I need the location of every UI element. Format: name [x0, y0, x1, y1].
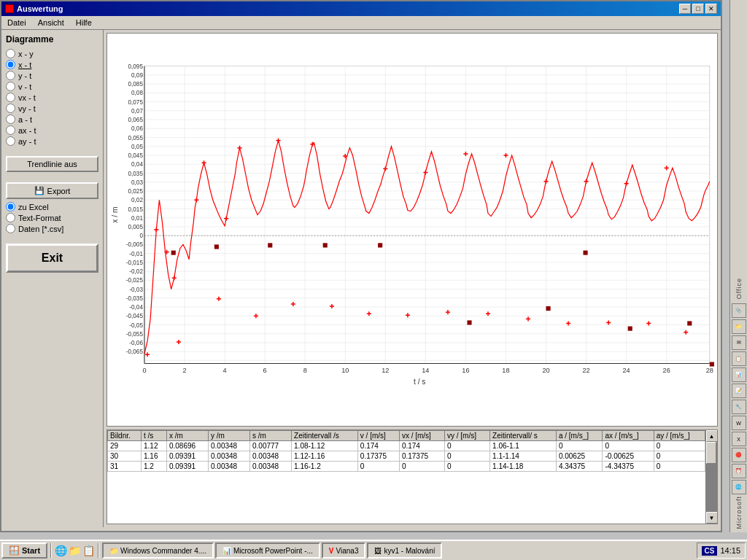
radio-at[interactable]: a - t	[6, 114, 98, 124]
svg-text:0,025: 0,025	[128, 188, 144, 195]
svg-text:0,075: 0,075	[128, 99, 144, 106]
table-row: 291.120.086960.003480.007771.08-1.120.17…	[108, 441, 705, 451]
exit-button[interactable]: Exit	[6, 244, 98, 273]
office-icon-2[interactable]: 📁	[732, 319, 746, 334]
svg-text:0,05: 0,05	[131, 144, 143, 150]
taskbar-system-tray: CS 14:15	[697, 542, 746, 559]
radio-vt[interactable]: v - t	[6, 82, 98, 91]
radio-ayt[interactable]: ay - t	[6, 136, 98, 146]
office-icon-9[interactable]: X	[732, 432, 746, 446]
svg-text:0,085: 0,085	[128, 81, 144, 88]
radio-xy[interactable]: x - y	[6, 49, 98, 58]
taskbar-btn-viana[interactable]: V Viana3	[322, 542, 366, 559]
taskbar-btn-commander[interactable]: 📁 Windows Commander 4....	[102, 542, 214, 559]
export-excel[interactable]: zu Excel	[6, 202, 98, 211]
svg-text:0,06: 0,06	[131, 125, 143, 132]
col-bildnr: Bildnr.	[108, 431, 142, 441]
export-section: 💾 Export zu Excel Text-Format Daten [*.c…	[6, 182, 98, 273]
taskbar-btn-malprog[interactable]: 🖼 kyv1 - Malování	[367, 542, 442, 559]
svg-text:6: 6	[263, 367, 267, 374]
commander-label: Windows Commander 4....	[120, 547, 206, 555]
radio-vxt[interactable]: vx - t	[6, 93, 98, 102]
office-icons: 📎 📁 ✉ 📋 📊 📝 🔧 W X 🔴 ⏰ 🌐	[730, 302, 748, 496]
main-window: Auswertung ─ □ ✕ Datei Ansicht Hilfe Dia…	[0, 0, 722, 532]
export-csv[interactable]: Daten [*.csv]	[6, 224, 98, 233]
menu-datei[interactable]: Datei	[4, 18, 29, 28]
svg-text:0,07: 0,07	[131, 108, 143, 114]
office-icon-3[interactable]: ✉	[732, 335, 746, 350]
scroll-thumb[interactable]	[706, 442, 716, 464]
data-table-scroll[interactable]: Bildnr. t /s x /m y /m s /m Zeitinterval…	[107, 430, 705, 524]
svg-text:-0,065: -0,065	[126, 349, 144, 355]
left-panel: Diagramme x - y x - t y - t v - t	[1, 30, 104, 527]
taskbar-separator-1	[50, 543, 52, 558]
svg-text:0,055: 0,055	[128, 135, 144, 141]
svg-text:0: 0	[139, 233, 143, 239]
svg-rect-172	[323, 243, 328, 247]
office-icon-7[interactable]: 🔧	[732, 400, 746, 414]
export-text[interactable]: Text-Format	[6, 213, 98, 222]
quick-folder-icon[interactable]: 📁	[69, 545, 81, 556]
office-icon-4[interactable]: 📋	[732, 351, 746, 366]
viana-label: Viana3	[336, 547, 358, 555]
office-icon-11[interactable]: ⏰	[732, 464, 746, 478]
microsoft-label: Microsoft	[735, 496, 743, 529]
start-button[interactable]: 🪟 Start	[1, 542, 47, 559]
menu-ansicht[interactable]: Ansicht	[35, 18, 67, 28]
main-content: Diagramme x - y x - t y - t v - t	[1, 30, 721, 527]
svg-text:8: 8	[303, 367, 307, 374]
table-row: 301.160.093910.003480.003481.12-1.160.17…	[108, 451, 705, 462]
col-ax: ax / [m/s_]	[603, 431, 654, 441]
col-a: a / [m/s_]	[556, 431, 603, 441]
svg-rect-176	[583, 251, 587, 255]
office-icon-10[interactable]: 🔴	[732, 448, 746, 462]
minimize-button[interactable]: ─	[679, 4, 691, 14]
radio-vyt[interactable]: vy - t	[6, 104, 98, 113]
col-s: s /m	[250, 431, 292, 441]
trendline-button[interactable]: Trendlinie aus	[6, 156, 98, 172]
diagram-radio-group: x - y x - t y - t v - t vx - t	[6, 49, 98, 146]
office-icon-5[interactable]: 📊	[732, 368, 746, 382]
svg-text:-0,03: -0,03	[129, 287, 143, 293]
powerpoint-label: Microsoft PowerPoint -...	[233, 547, 313, 555]
scroll-up-arrow[interactable]: ▲	[706, 430, 718, 442]
svg-text:4: 4	[223, 367, 227, 374]
svg-text:0,015: 0,015	[128, 206, 144, 213]
table-scrollbar[interactable]: ▲ ▼	[705, 430, 717, 524]
svg-text:0,045: 0,045	[128, 152, 144, 159]
office-icon-1[interactable]: 📎	[732, 303, 746, 318]
time-display: 14:15	[720, 546, 740, 555]
office-icon-8[interactable]: W	[732, 416, 746, 430]
col-zeitintervall2: Zeitintervall/ s	[490, 431, 557, 441]
radio-xt[interactable]: x - t	[6, 60, 98, 69]
radio-yt[interactable]: y - t	[6, 71, 98, 80]
title-bar-left: Auswertung	[5, 4, 63, 13]
svg-text:-0,05: -0,05	[129, 322, 143, 329]
windows-logo: 🪟	[9, 545, 20, 556]
close-button[interactable]: ✕	[705, 4, 717, 14]
col-y: y /m	[209, 431, 250, 441]
svg-text:0,09: 0,09	[131, 72, 143, 79]
export-button[interactable]: 💾 Export	[6, 182, 98, 199]
chart-area: 0,095 0,09 0,085 0,08 0,075 0,07 0,065 0…	[107, 33, 718, 427]
lang-indicator: CS	[702, 546, 718, 556]
export-options: zu Excel Text-Format Daten [*.csv]	[6, 202, 98, 233]
office-icon-6[interactable]: 📝	[732, 384, 746, 398]
maximize-button[interactable]: □	[692, 4, 704, 14]
radio-axt[interactable]: ax - t	[6, 125, 98, 135]
svg-text:0,065: 0,065	[128, 117, 144, 123]
taskbar-btn-powerpoint[interactable]: 📊 Microsoft PowerPoint -...	[215, 542, 320, 559]
quick-ie-icon[interactable]: 🌐	[55, 545, 67, 556]
taskbar-separator-2	[98, 543, 99, 558]
svg-rect-179	[710, 362, 714, 366]
menu-hilfe[interactable]: Hilfe	[73, 18, 95, 28]
office-icon-12[interactable]: 🌐	[732, 480, 746, 494]
quick-app-icon[interactable]: 📋	[82, 545, 95, 556]
col-v: v / [m/s]	[357, 431, 399, 441]
svg-text:0,095: 0,095	[128, 63, 144, 70]
svg-rect-170	[214, 244, 219, 249]
scroll-down-arrow[interactable]: ▼	[706, 512, 718, 524]
svg-text:0,08: 0,08	[131, 90, 143, 96]
malprog-label: kyv1 - Malování	[384, 547, 435, 555]
svg-text:-0,01: -0,01	[129, 251, 143, 257]
